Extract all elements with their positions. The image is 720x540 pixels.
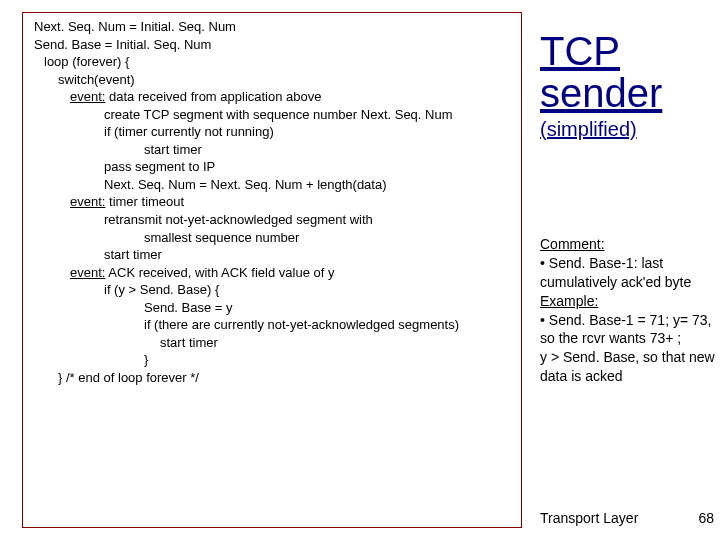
title-line1: TCP xyxy=(540,30,710,72)
code-line: start timer xyxy=(34,141,514,159)
code-line: if (there are currently not-yet-acknowle… xyxy=(34,316,514,334)
code-line: loop (forever) { xyxy=(34,53,514,71)
code-line: event: data received from application ab… xyxy=(34,88,514,106)
event-label: event: xyxy=(70,265,105,280)
comment-text: y > Send. Base, so that new data is acke… xyxy=(540,349,715,384)
slide-footer: Transport Layer 68 xyxy=(540,510,720,526)
comment-heading: Comment: xyxy=(540,236,605,252)
footer-label: Transport Layer xyxy=(540,510,638,526)
code-line: event: timer timeout xyxy=(34,193,514,211)
code-line: if (y > Send. Base) { xyxy=(34,281,514,299)
code-line: Next. Seq. Num = Initial. Seq. Num xyxy=(34,18,514,36)
comment-text: • Send. Base-1: last cumulatively ack'ed… xyxy=(540,255,691,290)
code-line: pass segment to IP xyxy=(34,158,514,176)
code-line: switch(event) xyxy=(34,71,514,89)
code-line: create TCP segment with sequence number … xyxy=(34,106,514,124)
code-line: start timer xyxy=(34,334,514,352)
code-line: start timer xyxy=(34,246,514,264)
pseudocode: Next. Seq. Num = Initial. Seq. Num Send.… xyxy=(34,18,514,386)
code-line: event: ACK received, with ACK field valu… xyxy=(34,264,514,282)
code-line: Send. Base = y xyxy=(34,299,514,317)
code-line: smallest sequence number xyxy=(34,229,514,247)
title-line2: sender xyxy=(540,72,710,114)
code-line: Send. Base = Initial. Seq. Num xyxy=(34,36,514,54)
example-heading: Example: xyxy=(540,293,598,309)
slide-title: TCP sender (simplified) xyxy=(540,30,710,141)
comment-box: Comment: • Send. Base-1: last cumulative… xyxy=(540,235,715,386)
comment-text: • Send. Base-1 = 71; y= 73, so the rcvr … xyxy=(540,312,711,347)
code-line: } /* end of loop forever */ xyxy=(34,369,514,387)
event-label: event: xyxy=(70,89,105,104)
code-line: Next. Seq. Num = Next. Seq. Num + length… xyxy=(34,176,514,194)
event-label: event: xyxy=(70,194,105,209)
title-sub: (simplified) xyxy=(540,118,710,141)
code-line: } xyxy=(34,351,514,369)
code-line: retransmit not-yet-acknowledged segment … xyxy=(34,211,514,229)
page-number: 68 xyxy=(698,510,714,526)
code-line: if (timer currently not running) xyxy=(34,123,514,141)
